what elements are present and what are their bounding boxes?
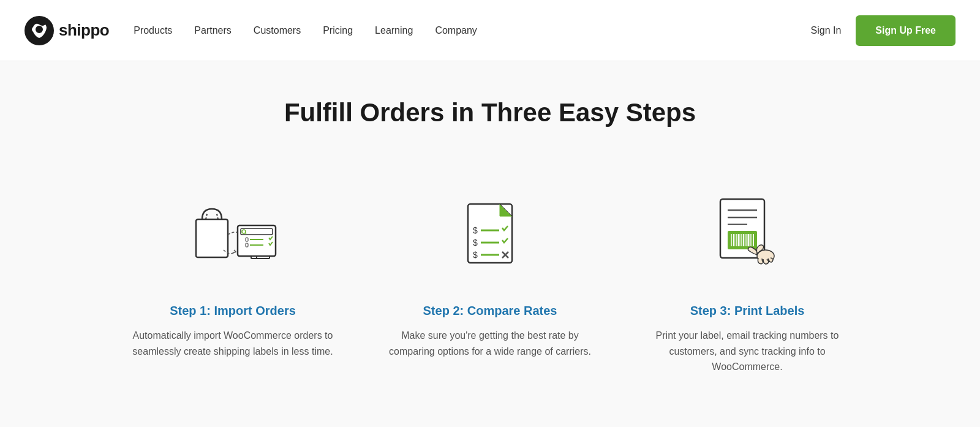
svg-rect-12	[246, 243, 248, 247]
step-3-title: Step 3: Print Labels	[643, 304, 851, 318]
step-2-icon: $ $ $	[441, 186, 539, 284]
steps-row: Step 1: Import Orders Automatically impo…	[61, 170, 919, 387]
svg-rect-2	[196, 219, 228, 257]
sign-in-link[interactable]: Sign In	[811, 25, 842, 36]
step-2-icon-area: $ $ $	[386, 183, 594, 287]
step-2-card: $ $ $ Step 2: Compare Rates Make sure yo…	[361, 170, 619, 387]
step-3-icon-area	[643, 183, 851, 287]
svg-text:$: $	[473, 250, 478, 260]
logo-text: shippo	[59, 21, 109, 40]
svg-rect-13	[251, 256, 270, 259]
nav-item-pricing[interactable]: Pricing	[323, 25, 353, 36]
svg-line-3	[206, 214, 207, 219]
svg-rect-28	[728, 231, 757, 249]
step-2-desc: Make sure you're getting the best rate b…	[386, 328, 594, 359]
logo-icon	[24, 16, 54, 45]
svg-text:$: $	[473, 238, 478, 248]
step-3-icon	[698, 186, 796, 284]
navbar: shippo Products Partners Customers Prici…	[0, 0, 980, 61]
main-content: Fulfill Orders in Three Easy Steps	[0, 61, 980, 427]
nav-right: Sign In Sign Up Free	[811, 15, 956, 46]
step-3-desc: Print your label, email tracking numbers…	[643, 328, 851, 375]
svg-point-1	[36, 26, 43, 33]
svg-rect-10	[246, 238, 248, 241]
nav-item-partners[interactable]: Partners	[194, 25, 231, 36]
step-1-card: Step 1: Import Orders Automatically impo…	[104, 170, 361, 387]
step-1-icon	[184, 186, 282, 284]
step-1-desc: Automatically import WooCommerce orders …	[129, 328, 337, 359]
nav-links: Products Partners Customers Pricing Lear…	[134, 25, 810, 36]
nav-item-learning[interactable]: Learning	[375, 25, 413, 36]
step-1-icon-area	[129, 183, 337, 287]
step-2-title: Step 2: Compare Rates	[386, 304, 594, 318]
logo-link[interactable]: shippo	[24, 16, 109, 45]
nav-item-customers[interactable]: Customers	[254, 25, 301, 36]
svg-text:$: $	[473, 225, 478, 235]
nav-item-company[interactable]: Company	[435, 25, 477, 36]
sign-up-button[interactable]: Sign Up Free	[856, 15, 956, 46]
step-1-title: Step 1: Import Orders	[129, 304, 337, 318]
step-3-card: Step 3: Print Labels Print your label, e…	[619, 170, 876, 387]
nav-item-products[interactable]: Products	[134, 25, 172, 36]
svg-line-4	[217, 214, 218, 219]
page-title: Fulfill Orders in Three Easy Steps	[12, 98, 968, 127]
